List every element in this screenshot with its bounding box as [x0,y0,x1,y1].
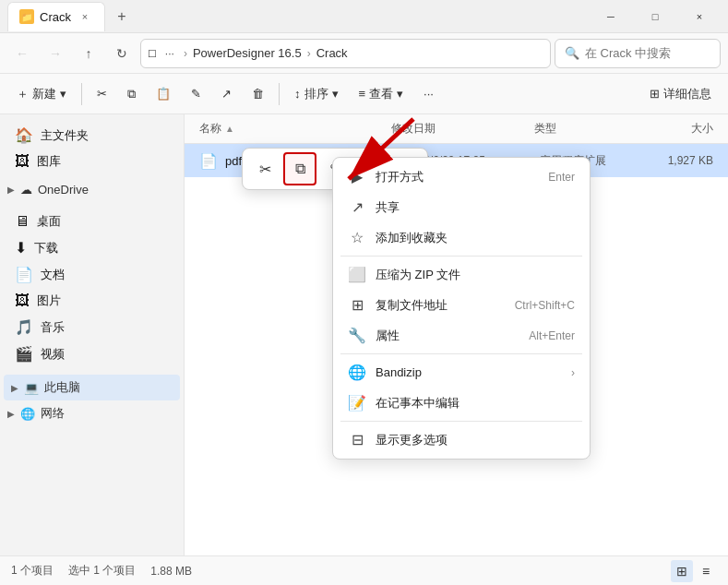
sidebar-item-network[interactable]: ▶ 🌐 网络 [0,400,184,426]
notepad-icon: 📝 [348,394,366,412]
sort-dropdown-icon: ▾ [332,87,339,101]
sidebar-item-pictures[interactable]: 🖼 图片 📌 [4,288,180,314]
close-window-button[interactable]: × [678,0,721,33]
paste-button[interactable]: 📋 [147,79,180,109]
sidebar-onedrive-label: OneDrive [38,183,89,197]
file-type-icon: 📄 [199,152,218,170]
file-list-wrapper: 名称▲ 修改日期 类型 大小 📄 pdflm16.dll 2014/6/20 1… [185,114,728,555]
ctx-item-notepad[interactable]: 📝 在记事本中编辑 [333,388,590,418]
ctx-cut-button[interactable]: ✂ [248,152,281,185]
search-box[interactable]: 🔍 [555,39,721,68]
more-button[interactable]: ··· [414,79,443,109]
view-button[interactable]: ≡ 查看 ▾ [350,79,413,109]
grid-view-button[interactable]: ⊞ [671,560,693,582]
col-modified-header[interactable]: 修改日期 [391,121,535,137]
details-label: 详细信息 [663,86,711,102]
ctx-bandizip-arrow: › [571,366,575,379]
details-icon: ⊞ [650,87,660,101]
rename-icon: ✎ [191,87,201,101]
active-tab[interactable]: 📁 Crack × [7,2,105,31]
refresh-button[interactable]: ↻ [107,39,137,68]
ctx-item-open-with[interactable]: ▶ 打开方式 Enter [333,161,590,192]
ctx-open-with-label: 打开方式 [376,169,539,185]
sidebar-item-desktop[interactable]: 🖥 桌面 📌 [4,209,180,234]
delete-button[interactable]: 🗑 [243,79,273,109]
ctx-item-copy-path[interactable]: ⊞ 复制文件地址 Ctrl+Shift+C [333,290,590,320]
thispc-icon: 💻 [24,381,39,395]
videos-icon: 🎬 [15,345,33,363]
ctx-copy-button[interactable]: ⧉ [283,152,316,185]
sidebar-item-onedrive[interactable]: ▶ ☁ OneDrive [0,178,184,201]
ctx-item-more-options[interactable]: ⊟ 显示更多选项 [333,424,590,455]
minimize-button[interactable]: ─ [590,0,632,33]
ctx-share-label: 共享 [376,199,575,216]
sidebar-item-videos[interactable]: 🎬 视频 📌 [4,340,180,367]
maximize-button[interactable]: □ [634,0,676,33]
home-icon: 🏠 [15,126,33,144]
sidebar-item-gallery[interactable]: 🖼 图库 [4,149,180,174]
file-list-header: 名称▲ 修改日期 类型 大小 [185,114,728,144]
more-icon: ··· [424,87,434,101]
share-button[interactable]: ↗ [212,79,241,109]
tab-label: Crack [40,10,71,24]
breadcrumb-powerdesigner[interactable]: PowerDesigner 16.5 [193,46,302,60]
new-icon: ＋ [17,86,29,102]
copy-button[interactable]: ⧉ [118,79,145,109]
address-ellipsis[interactable]: ··· [161,45,178,62]
ctx-item-compress[interactable]: ⬜ 压缩为 ZIP 文件 [333,259,590,290]
search-input[interactable] [585,46,710,60]
tab-folder-icon: 📁 [19,9,34,24]
back-button[interactable]: ← [7,39,37,68]
address-bar[interactable]: □ ··· › PowerDesigner 16.5 › Crack [140,39,551,68]
sort-button[interactable]: ↕ 排序 ▾ [285,79,348,109]
ctx-item-share[interactable]: ↗ 共享 [333,192,590,222]
details-button[interactable]: ⊞ 详细信息 [640,79,721,109]
sidebar-onedrive-section: ▶ ☁ OneDrive [0,178,184,201]
rename-button[interactable]: ✎ [182,79,210,109]
downloads-icon: ⬇ [15,239,27,257]
sidebar-item-music[interactable]: 🎵 音乐 📌 [4,314,180,340]
ctx-item-bandizip[interactable]: 🌐 Bandizip › [333,357,590,388]
onedrive-icon: ☁ [20,183,32,197]
sidebar-thispc-label: 此电脑 [44,379,80,396]
ctx-item-add-favorite[interactable]: ☆ 添加到收藏夹 [333,222,590,253]
up-button[interactable]: ↑ [74,39,103,68]
breadcrumb-crack[interactable]: Crack [316,46,348,60]
sidebar-item-downloads[interactable]: ⬇ 下载 📌 [4,234,180,261]
expand-arrow-icon: ▶ [7,185,15,195]
toolbar: ＋ 新建 ▾ ✂ ⧉ 📋 ✎ ↗ 🗑 ↕ 排序 ▾ ≡ 查看 ▾ ··· ⊞ 详… [0,74,728,114]
sidebar-item-thispc[interactable]: ▶ 💻 此电脑 [4,375,180,400]
ctx-divider-2 [340,353,582,354]
ctx-item-properties[interactable]: 🔧 属性 Alt+Enter [333,320,590,351]
list-view-button[interactable]: ≡ [695,560,717,582]
ctx-add-favorite-label: 添加到收藏夹 [376,230,575,246]
ctx-notepad-label: 在记事本中编辑 [376,395,575,412]
title-bar: 📁 Crack × + ─ □ × [0,0,728,33]
col-name-header[interactable]: 名称▲ [199,121,391,137]
sidebar-item-home[interactable]: 🏠 主文件夹 [4,122,180,149]
sidebar-gallery-label: 图库 [37,153,61,170]
col-type-header[interactable]: 类型 [534,121,630,137]
window-controls: ─ □ × [590,0,721,33]
ctx-properties-label: 属性 [376,328,519,344]
search-icon: 🔍 [565,46,579,60]
col-size-header[interactable]: 大小 [630,121,713,137]
forward-button[interactable]: → [41,39,70,68]
favorite-icon: ☆ [348,229,366,246]
sidebar-downloads-label: 下载 [34,240,58,257]
bandizip-icon: 🌐 [348,364,366,381]
sidebar-videos-label: 视频 [41,346,65,363]
tab-close-button[interactable]: × [77,8,93,25]
pictures-icon: 🖼 [15,292,30,309]
selected-count: 选中 1 个项目 [68,563,136,579]
cut-button[interactable]: ✂ [88,79,116,109]
ctx-compress-label: 压缩为 ZIP 文件 [376,267,575,283]
sidebar-item-documents[interactable]: 📄 文档 📌 [4,261,180,288]
new-button[interactable]: ＋ 新建 ▾ [7,79,76,109]
sidebar-network-label: 网络 [41,405,65,422]
ctx-open-with-shortcut: Enter [548,171,575,184]
view-toggles: ⊞ ≡ [671,560,717,582]
new-tab-button[interactable]: + [109,4,135,30]
thispc-expand-icon: ▶ [11,383,18,393]
desktop-icon: 🖥 [15,213,30,230]
